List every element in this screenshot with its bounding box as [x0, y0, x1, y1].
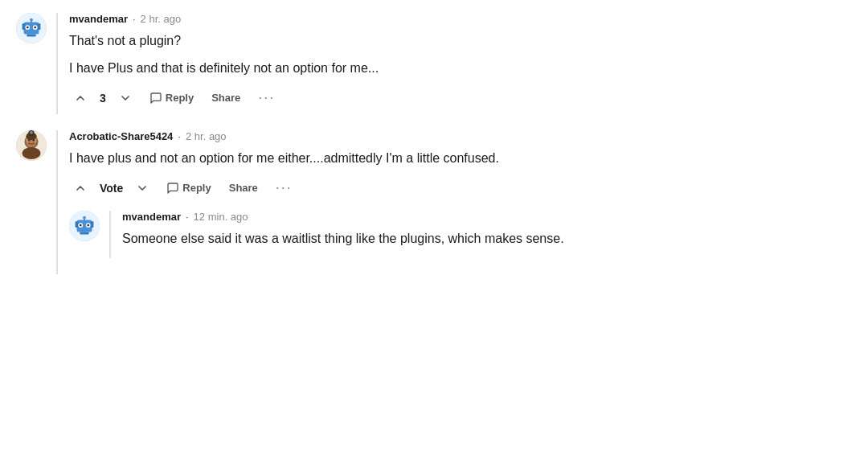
comment-1-vote-count: 3	[100, 92, 106, 105]
comment-3-text: Someone else said it was a waitlist thin…	[122, 229, 852, 248]
comment-3-author: mvandemar	[122, 211, 181, 223]
share-button-1[interactable]: Share	[207, 88, 245, 107]
comment-1-meta: mvandemar · 2 hr. ago	[69, 13, 852, 25]
svg-rect-3	[38, 23, 41, 30]
more-options-1[interactable]: ···	[253, 88, 280, 108]
avatar-acrobatic	[16, 130, 47, 161]
comment-3: mvandemar · 12 min. ago Someone else sai…	[69, 211, 852, 258]
comment-2-body: Acrobatic-Share5424 · 2 hr. ago I have p…	[56, 130, 852, 274]
comment-1: mvandemar · 2 hr. ago That's not a plugi…	[16, 13, 852, 114]
comment-1-text: That's not a plugin? I have Plus and tha…	[69, 31, 852, 78]
svg-rect-8	[27, 35, 35, 37]
comment-2-time: 2 hr. ago	[186, 130, 227, 142]
svg-rect-2	[23, 23, 26, 30]
svg-rect-31	[84, 218, 85, 221]
comment-1-line-2: I have Plus and that is definitely not a…	[69, 59, 852, 78]
svg-rect-29	[80, 232, 88, 235]
downvote-button-2[interactable]	[131, 179, 154, 198]
upvote-icon-1	[74, 92, 87, 105]
svg-point-20	[30, 131, 33, 134]
upvote-icon-2	[74, 182, 87, 195]
comment-1-author: mvandemar	[69, 13, 128, 25]
comment-3-meta: mvandemar · 12 min. ago	[122, 211, 852, 223]
comment-3-time: 12 min. ago	[194, 211, 248, 223]
svg-rect-23	[76, 221, 79, 228]
share-button-2[interactable]: Share	[224, 179, 263, 197]
comment-2-meta: Acrobatic-Share5424 · 2 hr. ago	[69, 130, 852, 142]
comment-2-text: I have plus and not an option for me eit…	[69, 149, 852, 168]
avatar-mvandemar-2	[69, 211, 100, 241]
svg-rect-24	[91, 221, 94, 228]
comment-2-line-1: I have plus and not an option for me eit…	[69, 149, 852, 168]
comment-3-line-1: Someone else said it was a waitlist thin…	[122, 229, 852, 248]
svg-point-28	[87, 224, 89, 227]
comment-1-body: mvandemar · 2 hr. ago That's not a plugi…	[56, 13, 852, 114]
svg-rect-10	[31, 20, 32, 23]
reply-icon-2	[166, 182, 179, 195]
reply-button-1[interactable]: Reply	[145, 88, 199, 108]
downvote-icon-1	[119, 92, 132, 105]
comment-2-vote-count: Vote	[100, 182, 123, 195]
svg-point-13	[23, 147, 41, 159]
upvote-button-1[interactable]	[69, 88, 92, 108]
reply-button-2[interactable]: Reply	[162, 179, 215, 198]
avatar-mvandemar-1	[16, 13, 47, 43]
downvote-icon-2	[136, 182, 149, 195]
comment-1-line-1: That's not a plugin?	[69, 31, 852, 51]
comment-2-actions: Vote Reply Share ···	[69, 178, 852, 198]
downvote-button-1[interactable]	[114, 88, 137, 108]
upvote-button-2[interactable]	[69, 179, 92, 198]
svg-point-7	[34, 27, 36, 29]
comment-2-author: Acrobatic-Share5424	[69, 130, 173, 142]
reply-icon-1	[149, 92, 162, 105]
comment-1-time: 2 hr. ago	[141, 13, 182, 25]
svg-point-6	[27, 27, 29, 29]
more-options-2[interactable]: ···	[271, 178, 297, 198]
comment-3-body: mvandemar · 12 min. ago Someone else sai…	[109, 211, 852, 258]
comment-1-actions: 3 Reply Share ···	[69, 88, 852, 108]
comment-2: Acrobatic-Share5424 · 2 hr. ago I have p…	[16, 130, 852, 274]
svg-point-27	[80, 224, 82, 227]
